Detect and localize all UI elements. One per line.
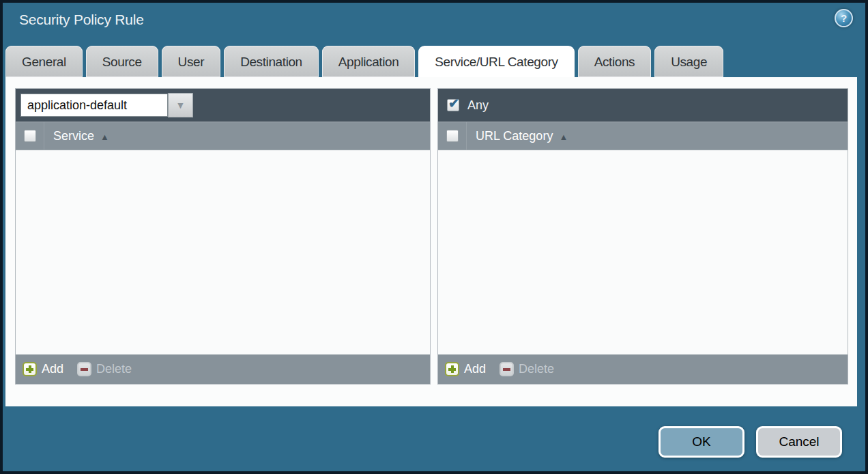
- tab-bar: General Source User Destination Applicat…: [5, 46, 727, 77]
- dialog-title: Security Policy Rule: [19, 12, 144, 28]
- service-table-body: [16, 150, 430, 354]
- url-category-actionbar: Add Delete: [438, 354, 848, 384]
- tab-usage[interactable]: Usage: [654, 46, 723, 77]
- tab-general[interactable]: General: [5, 46, 83, 77]
- help-icon[interactable]: ?: [835, 9, 853, 27]
- service-column-label: Service: [53, 129, 94, 143]
- chevron-down-icon[interactable]: ▼: [168, 93, 193, 117]
- service-panel: application-default ▼ Service ▲ Add: [15, 88, 431, 385]
- url-category-header-checkbox-cell: [438, 122, 467, 150]
- ok-button[interactable]: OK: [659, 426, 744, 458]
- url-category-delete-button[interactable]: Delete: [500, 362, 554, 376]
- tab-actions[interactable]: Actions: [578, 46, 652, 77]
- service-table-header: Service ▲: [16, 122, 430, 150]
- service-toolbar: application-default ▼: [16, 89, 430, 122]
- any-label: Any: [467, 98, 489, 113]
- any-row: ✔ Any: [443, 98, 489, 113]
- minus-icon: [500, 362, 514, 376]
- add-button-label: Add: [464, 362, 486, 376]
- service-type-dropdown[interactable]: application-default: [20, 94, 168, 117]
- url-category-toolbar: ✔ Any: [438, 89, 848, 122]
- plus-icon: [445, 362, 459, 376]
- tab-user[interactable]: User: [162, 46, 221, 77]
- service-actionbar: Add Delete: [16, 354, 430, 384]
- plus-icon: [23, 362, 37, 376]
- sort-ascending-icon: ▲: [100, 130, 109, 142]
- url-category-table-header: URL Category ▲: [438, 122, 848, 150]
- service-delete-button[interactable]: Delete: [77, 362, 132, 376]
- url-category-select-all-checkbox[interactable]: [446, 130, 459, 142]
- cancel-button[interactable]: Cancel: [756, 426, 842, 458]
- security-policy-rule-dialog: Security Policy Rule ? General Source Us…: [0, 0, 868, 474]
- add-button-label: Add: [42, 362, 63, 376]
- delete-button-label: Delete: [96, 362, 132, 376]
- service-select-all-checkbox[interactable]: [24, 130, 36, 142]
- url-category-panel: ✔ Any URL Category ▲ Add: [437, 88, 848, 385]
- minus-icon: [77, 362, 91, 376]
- tab-application[interactable]: Application: [322, 46, 416, 77]
- checkmark-icon: ✔: [448, 96, 459, 111]
- sort-ascending-icon: ▲: [559, 130, 568, 142]
- url-category-add-button[interactable]: Add: [445, 362, 486, 376]
- service-header-checkbox-cell: [16, 122, 44, 150]
- any-checkbox[interactable]: ✔: [447, 99, 459, 111]
- tab-service-url-category[interactable]: Service/URL Category: [418, 46, 574, 78]
- service-add-button[interactable]: Add: [23, 362, 63, 376]
- tab-content-area: application-default ▼ Service ▲ Add: [5, 77, 857, 406]
- service-column-header[interactable]: Service ▲: [44, 122, 109, 150]
- url-category-column-header[interactable]: URL Category ▲: [467, 122, 568, 150]
- url-category-table-body: [438, 150, 848, 354]
- tab-destination[interactable]: Destination: [224, 46, 319, 77]
- delete-button-label: Delete: [519, 362, 554, 376]
- tab-source[interactable]: Source: [86, 46, 158, 77]
- url-category-column-label: URL Category: [476, 129, 553, 143]
